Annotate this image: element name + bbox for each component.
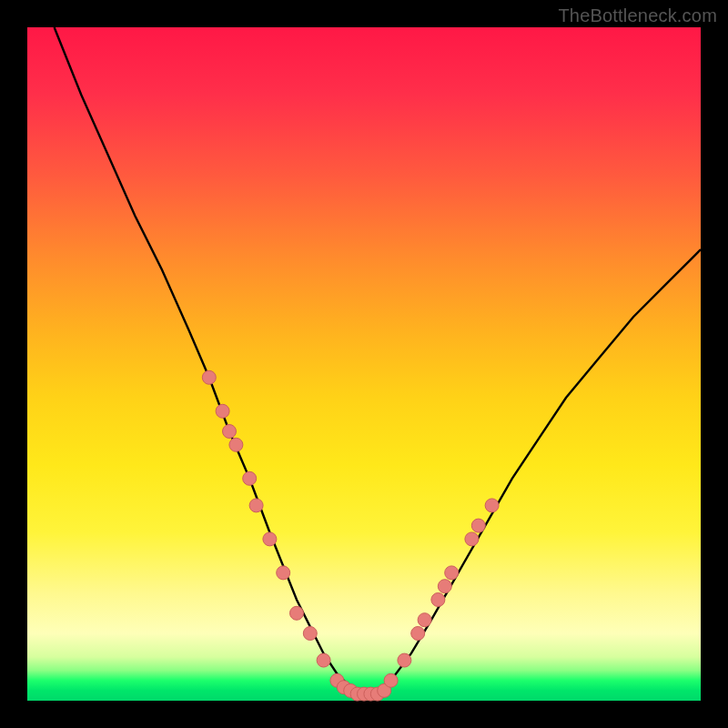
curve-marker	[398, 653, 411, 667]
curve-marker	[243, 471, 257, 485]
curve-marker	[229, 438, 243, 451]
curve-marker	[249, 499, 263, 512]
curve-marker	[263, 532, 277, 546]
curve-markers	[202, 370, 499, 701]
curve-marker	[411, 627, 425, 641]
curve-marker	[485, 499, 499, 512]
curve-marker	[290, 606, 304, 620]
watermark-text: TheBottleneck.com	[558, 5, 717, 26]
curve-marker	[431, 593, 445, 607]
curve-marker	[438, 580, 451, 593]
curve-marker	[445, 566, 459, 580]
curve-marker	[303, 627, 317, 641]
bottleneck-curve	[55, 27, 701, 694]
curve-marker	[202, 370, 216, 384]
outer-frame: TheBottleneck.com	[0, 0, 728, 728]
curve-marker	[471, 519, 485, 532]
curve-marker	[465, 532, 479, 546]
curve-marker	[216, 404, 229, 418]
curve-marker	[418, 613, 431, 627]
curve-marker	[317, 653, 330, 667]
curve-marker	[223, 425, 237, 439]
plot-area	[27, 27, 701, 701]
chart-svg	[27, 27, 701, 701]
curve-marker	[277, 566, 290, 580]
curve-marker	[384, 673, 398, 687]
